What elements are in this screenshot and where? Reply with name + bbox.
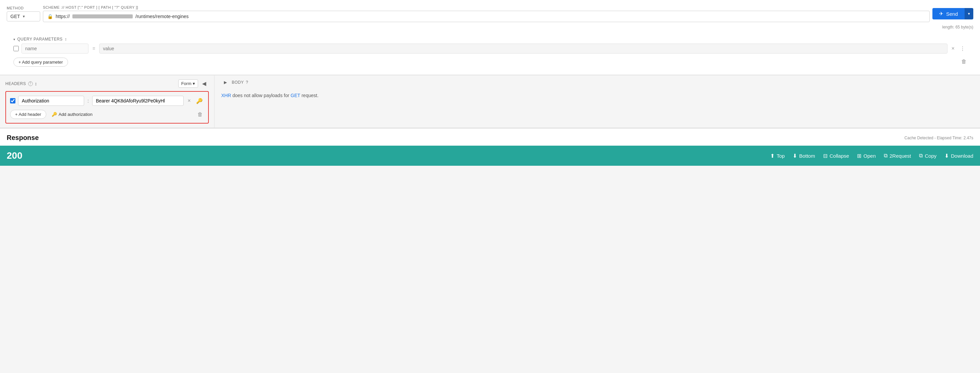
- send-button-group[interactable]: ✈ Send ▾: [932, 8, 973, 19]
- expand-body-icon[interactable]: ▶: [221, 79, 230, 86]
- cache-info: Cache Detected - Elapsed Time: 2.47s: [905, 136, 973, 140]
- add-query-param-button[interactable]: + Add query parameter: [13, 57, 68, 67]
- query-params-label: QUERY PARAMETERS: [18, 37, 63, 41]
- add-header-button[interactable]: + Add header: [10, 110, 46, 119]
- copy-icon: ⧉: [919, 153, 923, 159]
- param-checkbox[interactable]: [13, 46, 19, 51]
- url-prefix: https://: [56, 14, 70, 19]
- chevron-down-icon: ▾: [968, 11, 970, 16]
- download-button[interactable]: ⬇ Download: [945, 153, 973, 159]
- authorization-box: : × 🔑 + Add header 🔑 Add authorization 🗑: [5, 91, 209, 124]
- delete-header-button[interactable]: 🗑: [196, 111, 204, 118]
- auth-header-value-input[interactable]: [92, 96, 184, 106]
- url-input[interactable]: 🔒 https:///runtimes/remote-engines: [43, 11, 930, 22]
- add-authorization-button[interactable]: 🔑 Add authorization: [52, 112, 92, 117]
- header-colon: :: [87, 98, 89, 103]
- send-dropdown-button[interactable]: ▾: [964, 8, 973, 19]
- send-icon: ✈: [939, 11, 943, 17]
- headers-info-icon: ?: [28, 81, 33, 86]
- get-link[interactable]: GET: [291, 93, 300, 98]
- method-select[interactable]: GET ▾: [7, 11, 40, 21]
- auth-header-checkbox[interactable]: [10, 98, 16, 103]
- triangle-down-icon: ▾: [13, 38, 16, 41]
- method-label: METHOD: [7, 6, 40, 10]
- key-icon: 🔑: [52, 112, 57, 117]
- file-copy-icon: ⧉: [884, 153, 888, 159]
- auth-value-clear-button[interactable]: ×: [186, 97, 192, 105]
- length-info: length: 65 byte(s): [7, 25, 973, 29]
- open-button[interactable]: ⊞ Open: [857, 153, 876, 159]
- query-param-row: = × ⋮: [13, 43, 967, 54]
- param-equals: =: [91, 46, 97, 51]
- bottom-button[interactable]: ⬇ Bottom: [793, 153, 815, 159]
- url-suffix: /runtimes/remote-engines: [135, 14, 189, 19]
- arrow-down-icon: ⬇: [793, 153, 797, 159]
- param-name-input[interactable]: [21, 43, 89, 54]
- copy-button[interactable]: ⧉ Copy: [919, 153, 936, 159]
- param-more-button[interactable]: ⋮: [959, 45, 967, 52]
- body-title: ▶ BODY ?: [221, 79, 248, 86]
- response-status-bar: 200 ⬆ Top ⬇ Bottom ⊟ Collapse ⊞ Open ⧉ 2…: [0, 146, 980, 166]
- param-clear-button[interactable]: ×: [950, 45, 956, 52]
- method-value: GET: [10, 14, 20, 19]
- headers-sort-icon: ↕: [35, 81, 38, 86]
- chevron-down-icon: ▾: [23, 14, 25, 19]
- headers-title: HEADERS ? ↕: [5, 81, 37, 86]
- top-button[interactable]: ⬆ Top: [770, 153, 784, 159]
- header-actions-row: + Add header 🔑 Add authorization 🗑: [10, 110, 204, 119]
- body-message: XHR does not allow payloads for GET requ…: [221, 93, 973, 98]
- xhr-link[interactable]: XHR: [221, 93, 231, 98]
- minus-square-icon: ⊟: [823, 153, 827, 159]
- response-header: Response Cache Detected - Elapsed Time: …: [0, 129, 980, 141]
- plus-square-icon: ⊞: [857, 153, 861, 159]
- auth-header-name-input[interactable]: [18, 96, 84, 106]
- response-actions: ⬆ Top ⬇ Bottom ⊟ Collapse ⊞ Open ⧉ 2Requ…: [770, 153, 973, 159]
- collapse-panel-icon[interactable]: ◀: [199, 80, 209, 87]
- query-params-header[interactable]: ▾ QUERY PARAMETERS ↕: [13, 35, 967, 43]
- lock-icon: 🔒: [47, 14, 53, 19]
- body-info-icon: ?: [246, 80, 248, 85]
- param-value-input[interactable]: [99, 43, 947, 54]
- send-button[interactable]: ✈ Send: [932, 8, 964, 19]
- url-redacted: [72, 14, 133, 18]
- delete-param-icon[interactable]: 🗑: [961, 59, 967, 65]
- headers-format-dropdown[interactable]: Form ▾: [178, 79, 198, 88]
- arrow-up-icon: ⬆: [770, 153, 775, 159]
- download-icon: ⬇: [945, 153, 949, 159]
- auth-key-icon-button[interactable]: 🔑: [195, 97, 204, 105]
- header-row: : × 🔑: [10, 96, 204, 106]
- url-label: SCHEME :// HOST [":" PORT ] [ PATH [ "?"…: [43, 5, 930, 10]
- response-title: Response: [7, 134, 39, 141]
- chevron-down-icon: ▾: [193, 81, 195, 86]
- status-code: 200: [7, 150, 22, 161]
- collapse-button[interactable]: ⊟ Collapse: [823, 153, 849, 159]
- to-request-button[interactable]: ⧉ 2Request: [884, 153, 911, 159]
- sort-icon: ↕: [65, 37, 67, 41]
